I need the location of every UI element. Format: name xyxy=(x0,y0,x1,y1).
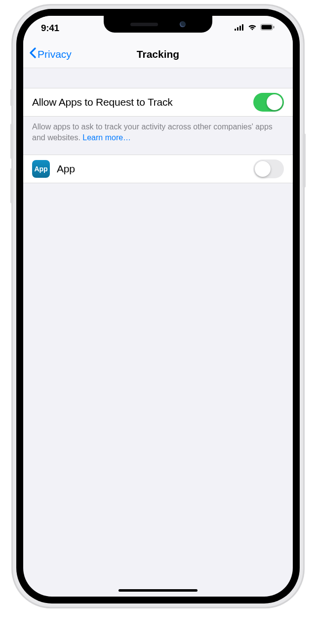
app-icon: App xyxy=(32,160,50,178)
back-label: Privacy xyxy=(38,48,72,60)
footer-text: Allow apps to ask to track your activity… xyxy=(32,122,273,142)
notch xyxy=(104,16,212,33)
svg-rect-6 xyxy=(274,26,275,29)
phone-frame: 9:41 xyxy=(12,5,304,607)
toggle-knob xyxy=(267,94,282,110)
toggle-knob xyxy=(255,161,271,177)
back-button[interactable]: Privacy xyxy=(29,47,72,61)
volume-down-button xyxy=(10,168,13,203)
nav-bar: Privacy Tracking xyxy=(23,40,293,68)
svg-rect-2 xyxy=(239,26,241,31)
speaker-grille xyxy=(130,23,158,26)
cellular-icon xyxy=(235,24,244,33)
chevron-left-icon xyxy=(29,47,36,61)
wifi-icon xyxy=(247,24,257,33)
svg-rect-1 xyxy=(237,27,238,31)
app-icon-label: App xyxy=(34,165,47,173)
mute-switch xyxy=(10,89,13,106)
home-indicator[interactable] xyxy=(118,589,198,592)
status-indicators xyxy=(235,24,275,33)
side-button xyxy=(303,133,306,188)
status-time: 9:41 xyxy=(41,23,59,34)
screen: 9:41 xyxy=(23,16,293,597)
app-tracking-row: App App xyxy=(23,155,293,183)
allow-tracking-row: Allow Apps to Request to Track xyxy=(23,88,293,117)
volume-up-button xyxy=(10,123,13,159)
allow-tracking-label: Allow Apps to Request to Track xyxy=(32,96,253,108)
svg-rect-0 xyxy=(235,29,236,31)
allow-tracking-toggle[interactable] xyxy=(253,93,284,112)
allow-tracking-footer: Allow apps to ask to track your activity… xyxy=(23,117,293,155)
page-title: Tracking xyxy=(137,48,179,60)
app-tracking-toggle[interactable] xyxy=(253,160,284,178)
front-camera xyxy=(180,21,186,27)
learn-more-link[interactable]: Learn more… xyxy=(82,133,131,142)
phone-body: 9:41 xyxy=(16,9,300,604)
content: Allow Apps to Request to Track Allow app… xyxy=(23,68,293,183)
app-label: App xyxy=(57,163,253,175)
svg-rect-3 xyxy=(242,24,243,31)
battery-icon xyxy=(260,24,275,33)
svg-rect-5 xyxy=(262,25,272,30)
